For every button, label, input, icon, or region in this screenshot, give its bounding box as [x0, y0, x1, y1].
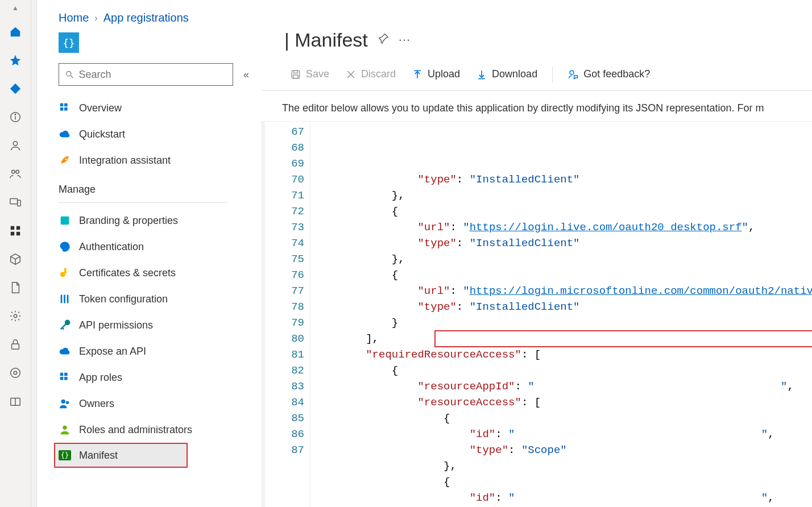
learn-icon[interactable] — [7, 393, 23, 409]
nav-label: Overview — [79, 102, 122, 114]
svg-point-36 — [66, 401, 69, 404]
download-button[interactable]: Download — [468, 63, 545, 86]
svg-rect-6 — [10, 199, 18, 204]
nav-label: App roles — [79, 372, 122, 384]
svg-rect-34 — [64, 377, 68, 380]
feedback-button[interactable]: Got feedback? — [560, 63, 658, 86]
search-box[interactable] — [59, 63, 233, 86]
nav-owners[interactable]: Owners — [54, 390, 262, 417]
search-row: « — [37, 63, 262, 86]
nav-manifest[interactable]: {}Manifest — [54, 443, 188, 468]
lock-icon[interactable] — [7, 336, 23, 352]
svg-rect-27 — [61, 295, 63, 304]
save-button[interactable]: Save — [282, 63, 337, 86]
svg-rect-39 — [294, 70, 298, 73]
info-icon[interactable] — [7, 109, 23, 125]
chevron-right-icon: › — [94, 13, 97, 23]
nav-app-roles[interactable]: App roles — [54, 364, 262, 390]
search-input[interactable] — [78, 69, 227, 81]
nav-certificates[interactable]: Certificates & secrets — [54, 260, 262, 286]
nav-token[interactable]: Token configuration — [54, 286, 262, 312]
person-icon[interactable] — [7, 138, 23, 153]
svg-point-35 — [61, 400, 65, 404]
svg-point-4 — [12, 171, 15, 174]
svg-point-30 — [65, 321, 69, 325]
upload-button[interactable]: Upload — [404, 63, 468, 86]
svg-point-3 — [13, 142, 17, 146]
svg-rect-10 — [11, 232, 14, 235]
svg-rect-7 — [18, 200, 20, 206]
button-label: Upload — [428, 68, 460, 80]
nav-label: Certificates & secrets — [79, 267, 176, 279]
svg-rect-13 — [12, 344, 19, 349]
nav-label: Quickstart — [79, 128, 125, 140]
vertical-separator — [31, 0, 37, 507]
page-title: | Manifest — [284, 29, 368, 51]
nav-expose-api[interactable]: Expose an API — [54, 338, 262, 364]
nav-list: Overview Quickstart Integration assistan… — [37, 95, 262, 468]
root: ▲ Home › App registrations {} — [0, 0, 812, 507]
star-icon[interactable] — [7, 52, 23, 68]
svg-rect-19 — [60, 103, 64, 107]
svg-rect-9 — [16, 226, 20, 230]
discard-button[interactable]: Discard — [337, 63, 404, 86]
nav-label: Manifest — [79, 450, 118, 462]
nav-branding[interactable]: Branding & properties — [54, 207, 262, 234]
toolbar: Save Discard Upload Download Got feedbac… — [262, 63, 812, 91]
nav-integration[interactable]: Integration assistant — [54, 147, 262, 173]
package-icon[interactable] — [7, 251, 23, 267]
svg-rect-40 — [293, 74, 298, 78]
branding-icon — [59, 214, 71, 227]
svg-line-18 — [71, 76, 73, 78]
rocket-icon — [59, 154, 71, 167]
left-iconbar: ▲ — [0, 0, 31, 507]
document-icon[interactable] — [7, 280, 23, 296]
svg-rect-8 — [11, 226, 14, 230]
key-icon — [59, 267, 71, 279]
token-icon — [59, 293, 71, 305]
line-gutter: 6768697071727374757677787980818283848586… — [262, 122, 310, 507]
button-label: Download — [492, 68, 537, 80]
collapse-panel-icon[interactable]: « — [243, 69, 249, 81]
intro-text: The editor below allows you to update th… — [262, 91, 812, 121]
home-icon[interactable] — [7, 24, 23, 40]
svg-rect-32 — [64, 373, 68, 376]
button-label: Discard — [361, 68, 396, 80]
search-icon — [65, 69, 74, 80]
svg-rect-33 — [60, 377, 64, 380]
breadcrumb-appreg[interactable]: App registrations — [103, 11, 189, 24]
toolbar-separator — [552, 67, 553, 82]
nav-label: Authentication — [79, 241, 144, 253]
svg-rect-20 — [64, 103, 68, 107]
app-icon: {} — [59, 32, 79, 53]
breadcrumb-home[interactable]: Home — [59, 11, 89, 24]
app-grid-icon[interactable] — [7, 223, 23, 239]
gear-icon[interactable] — [7, 308, 23, 324]
nav-label: Integration assistant — [79, 155, 171, 167]
manifest-icon: {} — [59, 449, 71, 462]
nav-roles-admins[interactable]: Roles and administrators — [54, 417, 262, 443]
svg-rect-21 — [60, 107, 64, 111]
svg-point-5 — [16, 171, 19, 174]
owners-icon — [59, 397, 71, 410]
nav-authentication[interactable]: Authentication — [54, 234, 262, 260]
code-area[interactable]: "type": "InstalledClient" }, { "url": "h… — [310, 122, 812, 507]
nav-overview[interactable]: Overview — [54, 95, 262, 121]
more-icon[interactable]: ··· — [399, 32, 411, 47]
svg-rect-29 — [67, 295, 69, 304]
people-icon[interactable] — [7, 166, 23, 182]
overview-icon — [59, 102, 71, 114]
nav-api-permissions[interactable]: API permissions — [54, 312, 262, 338]
code-editor[interactable]: 6768697071727374757677787980818283848586… — [262, 121, 812, 507]
main-content: | Manifest ··· Save Discard Upload Downl… — [262, 0, 812, 507]
svg-point-37 — [63, 426, 67, 430]
diamond-icon[interactable] — [7, 81, 23, 97]
scroll-up-icon[interactable]: ▲ — [12, 5, 19, 11]
nav-quickstart[interactable]: Quickstart — [54, 121, 262, 147]
pin-icon[interactable] — [377, 32, 390, 47]
svg-rect-26 — [64, 268, 67, 273]
expose-icon — [59, 345, 71, 358]
nav-label: Token configuration — [79, 293, 168, 305]
devices-icon[interactable] — [7, 194, 23, 210]
support-icon[interactable] — [7, 365, 23, 381]
